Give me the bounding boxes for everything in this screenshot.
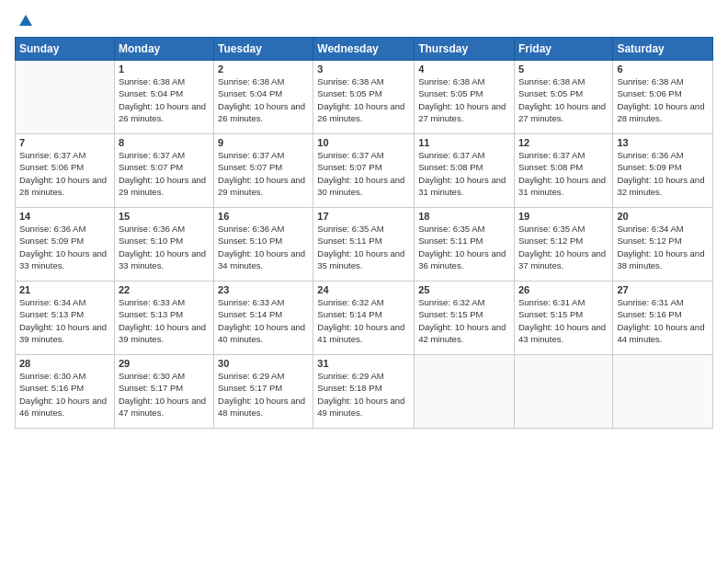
sunset-text: Sunset: 5:15 PM <box>418 308 510 320</box>
daylight-text: Daylight: 10 hours and 39 minutes. <box>19 321 110 346</box>
day-number: 21 <box>19 284 110 295</box>
sunrise-text: Sunrise: 6:33 AM <box>119 296 210 308</box>
calendar-week-row: 14Sunrise: 6:36 AMSunset: 5:09 PMDayligh… <box>16 208 713 282</box>
sunset-text: Sunset: 5:13 PM <box>119 308 210 320</box>
sunrise-text: Sunrise: 6:37 AM <box>19 149 110 161</box>
sunset-text: Sunset: 5:07 PM <box>218 161 309 173</box>
day-info: Sunrise: 6:35 AMSunset: 5:12 PMDaylight:… <box>518 223 609 271</box>
table-row: 24Sunrise: 6:32 AMSunset: 5:14 PMDayligh… <box>313 282 415 355</box>
sunrise-text: Sunrise: 6:37 AM <box>418 149 510 161</box>
day-info: Sunrise: 6:33 AMSunset: 5:14 PMDaylight:… <box>218 296 309 345</box>
daylight-text: Daylight: 10 hours and 26 minutes. <box>119 100 210 125</box>
sunrise-text: Sunrise: 6:31 AM <box>617 296 709 308</box>
table-row: 17Sunrise: 6:35 AMSunset: 5:11 PMDayligh… <box>313 208 415 282</box>
table-row: 21Sunrise: 6:34 AMSunset: 5:13 PMDayligh… <box>16 282 115 355</box>
day-info: Sunrise: 6:37 AMSunset: 5:07 PMDaylight:… <box>119 149 210 198</box>
daylight-text: Daylight: 10 hours and 30 minutes. <box>317 174 410 199</box>
sunrise-text: Sunrise: 6:37 AM <box>518 149 609 161</box>
logo <box>15 13 34 33</box>
day-number: 19 <box>518 211 609 222</box>
sunset-text: Sunset: 5:05 PM <box>518 87 609 99</box>
calendar-week-row: 1Sunrise: 6:38 AMSunset: 5:04 PMDaylight… <box>16 61 713 134</box>
day-number: 27 <box>617 284 709 295</box>
col-sunday: Sunday <box>16 38 115 61</box>
day-number: 11 <box>418 137 510 148</box>
calendar-header-row: Sunday Monday Tuesday Wednesday Thursday… <box>16 38 713 61</box>
table-row: 10Sunrise: 6:37 AMSunset: 5:07 PMDayligh… <box>313 134 415 208</box>
day-number: 28 <box>19 358 110 369</box>
table-row: 13Sunrise: 6:36 AMSunset: 5:09 PMDayligh… <box>613 134 713 208</box>
table-row: 30Sunrise: 6:29 AMSunset: 5:17 PMDayligh… <box>214 355 313 429</box>
sunset-text: Sunset: 5:11 PM <box>317 235 410 247</box>
sunset-text: Sunset: 5:05 PM <box>317 87 410 99</box>
header <box>15 9 713 33</box>
sunrise-text: Sunrise: 6:38 AM <box>119 75 210 87</box>
day-info: Sunrise: 6:38 AMSunset: 5:04 PMDaylight:… <box>119 75 210 124</box>
day-number: 5 <box>518 63 609 75</box>
day-number: 8 <box>119 137 210 148</box>
sunset-text: Sunset: 5:14 PM <box>317 308 410 320</box>
sunset-text: Sunset: 5:16 PM <box>617 308 709 320</box>
day-info: Sunrise: 6:36 AMSunset: 5:10 PMDaylight:… <box>119 223 210 271</box>
sunrise-text: Sunrise: 6:37 AM <box>317 149 410 161</box>
day-number: 13 <box>617 137 709 148</box>
day-number: 25 <box>418 284 510 295</box>
sunrise-text: Sunrise: 6:34 AM <box>617 223 709 235</box>
day-number: 24 <box>317 284 410 295</box>
day-info: Sunrise: 6:37 AMSunset: 5:08 PMDaylight:… <box>418 149 510 198</box>
sunset-text: Sunset: 5:18 PM <box>317 382 410 394</box>
day-info: Sunrise: 6:35 AMSunset: 5:11 PMDaylight:… <box>317 223 410 271</box>
table-row <box>415 355 515 429</box>
day-info: Sunrise: 6:30 AMSunset: 5:16 PMDaylight:… <box>19 370 110 419</box>
day-info: Sunrise: 6:35 AMSunset: 5:11 PMDaylight:… <box>418 223 510 271</box>
table-row: 12Sunrise: 6:37 AMSunset: 5:08 PMDayligh… <box>514 134 612 208</box>
calendar-table: Sunday Monday Tuesday Wednesday Thursday… <box>15 37 713 429</box>
day-info: Sunrise: 6:37 AMSunset: 5:08 PMDaylight:… <box>518 149 609 198</box>
table-row: 14Sunrise: 6:36 AMSunset: 5:09 PMDayligh… <box>16 208 115 282</box>
sunset-text: Sunset: 5:06 PM <box>19 161 110 173</box>
daylight-text: Daylight: 10 hours and 37 minutes. <box>518 247 609 272</box>
sunrise-text: Sunrise: 6:30 AM <box>19 370 110 382</box>
sunset-text: Sunset: 5:12 PM <box>617 235 709 247</box>
sunrise-text: Sunrise: 6:33 AM <box>218 296 309 308</box>
sunrise-text: Sunrise: 6:36 AM <box>617 149 709 161</box>
day-number: 4 <box>418 63 510 75</box>
sunset-text: Sunset: 5:04 PM <box>119 87 210 99</box>
day-number: 18 <box>418 211 510 222</box>
daylight-text: Daylight: 10 hours and 27 minutes. <box>518 100 609 125</box>
day-number: 20 <box>617 211 709 222</box>
sunset-text: Sunset: 5:07 PM <box>119 161 210 173</box>
daylight-text: Daylight: 10 hours and 29 minutes. <box>218 174 309 199</box>
col-monday: Monday <box>114 38 213 61</box>
table-row: 27Sunrise: 6:31 AMSunset: 5:16 PMDayligh… <box>613 282 713 355</box>
table-row: 9Sunrise: 6:37 AMSunset: 5:07 PMDaylight… <box>214 134 313 208</box>
calendar-week-row: 21Sunrise: 6:34 AMSunset: 5:13 PMDayligh… <box>16 282 713 355</box>
sunset-text: Sunset: 5:06 PM <box>617 87 709 99</box>
table-row: 15Sunrise: 6:36 AMSunset: 5:10 PMDayligh… <box>114 208 213 282</box>
table-row: 19Sunrise: 6:35 AMSunset: 5:12 PMDayligh… <box>514 208 612 282</box>
day-number: 16 <box>218 211 309 222</box>
day-number: 10 <box>317 137 410 148</box>
daylight-text: Daylight: 10 hours and 47 minutes. <box>119 395 210 419</box>
daylight-text: Daylight: 10 hours and 26 minutes. <box>218 100 309 125</box>
table-row: 25Sunrise: 6:32 AMSunset: 5:15 PMDayligh… <box>415 282 515 355</box>
day-info: Sunrise: 6:37 AMSunset: 5:07 PMDaylight:… <box>317 149 410 198</box>
sunset-text: Sunset: 5:13 PM <box>19 308 110 320</box>
table-row: 22Sunrise: 6:33 AMSunset: 5:13 PMDayligh… <box>114 282 213 355</box>
day-info: Sunrise: 6:31 AMSunset: 5:15 PMDaylight:… <box>518 296 609 345</box>
table-row: 7Sunrise: 6:37 AMSunset: 5:06 PMDaylight… <box>16 134 115 208</box>
table-row <box>514 355 612 429</box>
table-row <box>16 61 115 134</box>
sunrise-text: Sunrise: 6:35 AM <box>317 223 410 235</box>
day-info: Sunrise: 6:32 AMSunset: 5:15 PMDaylight:… <box>418 296 510 345</box>
table-row: 31Sunrise: 6:29 AMSunset: 5:18 PMDayligh… <box>313 355 415 429</box>
sunrise-text: Sunrise: 6:31 AM <box>518 296 609 308</box>
day-info: Sunrise: 6:38 AMSunset: 5:05 PMDaylight:… <box>418 75 510 124</box>
sunrise-text: Sunrise: 6:38 AM <box>418 75 510 87</box>
sunset-text: Sunset: 5:09 PM <box>19 235 110 247</box>
sunset-text: Sunset: 5:11 PM <box>418 235 510 247</box>
day-number: 26 <box>518 284 609 295</box>
day-info: Sunrise: 6:29 AMSunset: 5:17 PMDaylight:… <box>218 370 309 419</box>
day-number: 30 <box>218 358 309 369</box>
col-tuesday: Tuesday <box>214 38 313 61</box>
